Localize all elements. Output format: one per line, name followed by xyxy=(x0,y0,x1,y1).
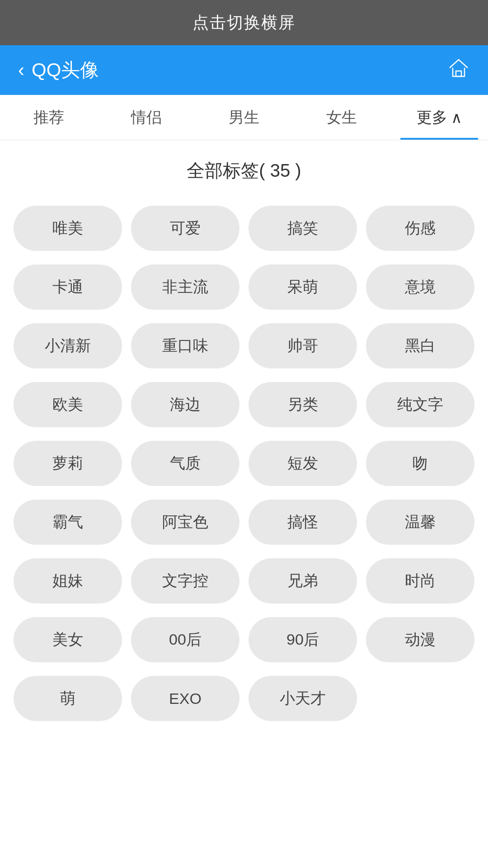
back-button[interactable]: ‹ QQ头像 xyxy=(18,57,99,83)
tag-item[interactable]: 呆萌 xyxy=(249,264,357,310)
tag-item[interactable]: 重口味 xyxy=(131,323,239,368)
tag-item[interactable]: 吻 xyxy=(366,441,474,486)
tag-item[interactable]: 短发 xyxy=(249,441,357,486)
home-button[interactable] xyxy=(447,57,470,84)
tag-item[interactable]: 纯文字 xyxy=(366,382,474,427)
tab-recommend[interactable]: 推荐 xyxy=(0,95,98,140)
tab-male[interactable]: 男生 xyxy=(195,95,293,140)
tag-item[interactable]: 搞怪 xyxy=(249,500,357,545)
tag-item[interactable]: 温馨 xyxy=(366,500,474,545)
tag-item[interactable]: 帅哥 xyxy=(249,323,357,368)
tag-item[interactable]: 霸气 xyxy=(14,500,122,545)
tab-bar: 推荐 情侣 男生 女生 更多 ∧ xyxy=(0,95,488,140)
tag-item[interactable]: 时尚 xyxy=(366,558,474,604)
tag-item[interactable]: 兄弟 xyxy=(249,558,357,604)
tag-item[interactable]: 90后 xyxy=(249,617,357,662)
tag-item[interactable]: EXO xyxy=(131,676,239,721)
tag-item[interactable]: 气质 xyxy=(131,441,239,486)
tag-item[interactable]: 动漫 xyxy=(366,617,474,662)
chevron-up-icon: ∧ xyxy=(451,108,462,127)
tab-more[interactable]: 更多 ∧ xyxy=(390,95,488,140)
tag-item[interactable]: 非主流 xyxy=(131,264,239,310)
tag-item[interactable]: 小清新 xyxy=(14,323,122,368)
tag-item[interactable]: 萌 xyxy=(14,676,122,721)
back-icon: ‹ xyxy=(18,61,24,80)
tag-item[interactable]: 阿宝色 xyxy=(131,500,239,545)
nav-title: QQ头像 xyxy=(32,57,99,83)
nav-header: ‹ QQ头像 xyxy=(0,45,488,95)
tag-item[interactable]: 文字控 xyxy=(131,558,239,604)
tag-item[interactable]: 00后 xyxy=(131,617,239,662)
tag-item[interactable]: 另类 xyxy=(249,382,357,427)
tag-item[interactable]: 搞笑 xyxy=(249,206,357,251)
main-content: 全部标签( 35 ) 唯美可爱搞笑伤感卡通非主流呆萌意境小清新重口味帅哥黑白欧美… xyxy=(0,140,488,730)
tag-item[interactable]: 意境 xyxy=(366,264,474,310)
tag-item[interactable]: 黑白 xyxy=(366,323,474,368)
top-bar: 点击切换横屏 xyxy=(0,0,488,45)
tag-grid: 唯美可爱搞笑伤感卡通非主流呆萌意境小清新重口味帅哥黑白欧美海边另类纯文字萝莉气质… xyxy=(9,206,479,721)
tab-female[interactable]: 女生 xyxy=(293,95,390,140)
tab-couple[interactable]: 情侣 xyxy=(98,95,195,140)
tag-item[interactable]: 可爱 xyxy=(131,206,239,251)
home-icon xyxy=(447,57,470,79)
tag-item[interactable]: 美女 xyxy=(14,617,122,662)
tag-item[interactable]: 唯美 xyxy=(14,206,122,251)
tag-item[interactable]: 欧美 xyxy=(14,382,122,427)
tag-item[interactable]: 姐妹 xyxy=(14,558,122,604)
tag-item[interactable]: 卡通 xyxy=(14,264,122,310)
tag-item[interactable]: 小天才 xyxy=(249,676,357,721)
tag-item[interactable]: 伤感 xyxy=(366,206,474,251)
section-title: 全部标签( 35 ) xyxy=(9,158,479,183)
tag-item[interactable]: 萝莉 xyxy=(14,441,122,486)
tag-item[interactable]: 海边 xyxy=(131,382,239,427)
svg-rect-0 xyxy=(456,71,461,76)
top-bar-title[interactable]: 点击切换横屏 xyxy=(192,12,296,34)
